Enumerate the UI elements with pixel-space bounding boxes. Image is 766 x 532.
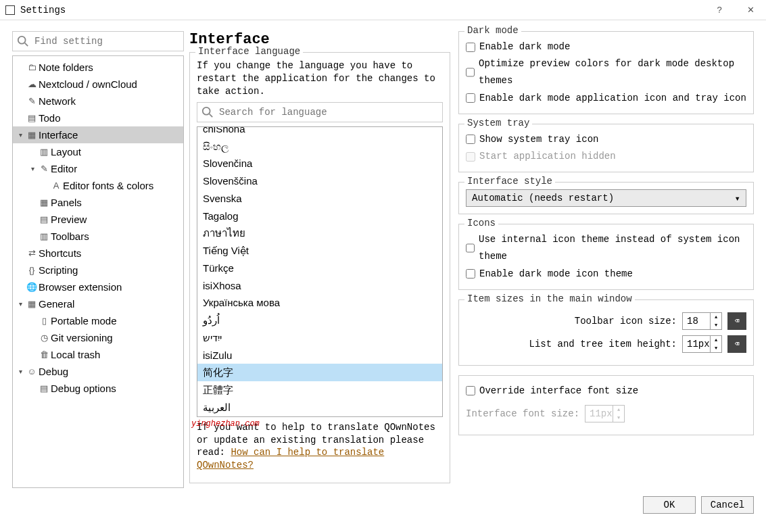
sidebar-item-debug-options[interactable]: ▤Debug options (13, 380, 183, 397)
dark-icon-theme-checkbox[interactable]: Enable dark mode icon theme (466, 266, 746, 283)
list-height-spinner[interactable]: 11px ▲▼ (682, 335, 722, 353)
icons-group: Icons Use internal icon theme instead of… (458, 224, 754, 290)
language-option[interactable]: 正體字 (197, 381, 442, 399)
layout-icon: ▥ (37, 147, 51, 157)
tree-label: Browser extension (39, 281, 122, 293)
show-tray-checkbox[interactable]: Show system tray icon (466, 131, 746, 148)
help-button[interactable]: ? (704, 0, 735, 20)
system-tray-group: System tray Show system tray icon Start … (458, 124, 754, 172)
sidebar-item-preview[interactable]: ▤Preview (13, 211, 183, 228)
chevron-down-icon: ▾ (735, 193, 740, 204)
tree-label: Editor fonts & colors (63, 180, 153, 191)
dark-tray-icon-checkbox[interactable]: Enable dark mode application icon and tr… (466, 90, 746, 107)
start-hidden-checkbox: Start application hidden (466, 148, 746, 165)
language-option[interactable]: isiXhosa (197, 277, 442, 295)
chevron-icon: ▾ (28, 165, 37, 172)
font-size-spinner: 11px ▲▼ (585, 405, 625, 422)
tree-label: Panels (51, 197, 82, 208)
sidebar-item-editor[interactable]: ▾✎Editor (13, 160, 183, 177)
folder-icon: 🗀 (25, 62, 39, 72)
sidebar-item-browser-extension[interactable]: 🌐Browser extension (13, 279, 183, 295)
svg-line-1 (25, 43, 28, 46)
language-option[interactable]: chiShona (197, 126, 442, 138)
internal-icon-theme-checkbox[interactable]: Use internal icon theme instead of syste… (466, 231, 746, 265)
language-option[interactable]: Svenska (197, 190, 442, 208)
sidebar-item-scripting[interactable]: {}Scripting (13, 262, 183, 279)
sidebar-item-toolbars[interactable]: ▥Toolbars (13, 228, 183, 245)
todo-icon: ▤ (25, 113, 39, 123)
interface-style-combo[interactable]: Automatic (needs restart) ▾ (466, 189, 746, 207)
tree-label: Network (39, 95, 76, 107)
settings-tree[interactable]: 🗀Note folders☁Nextcloud / ownCloud✎Netwo… (12, 55, 184, 488)
font-size-group: Override interface font size Interface f… (458, 375, 754, 435)
chevron-icon: ▾ (16, 300, 25, 308)
language-option[interactable]: Slovenčina (197, 155, 442, 172)
language-option[interactable]: Slovenščina (197, 172, 442, 190)
find-setting-input[interactable] (34, 36, 179, 47)
language-option[interactable]: ภาษาไทย (197, 224, 442, 242)
language-option[interactable]: සිංහල (197, 138, 442, 155)
trash-icon: 🗑 (37, 349, 51, 360)
watermark: yinghezhan.com (191, 418, 260, 429)
close-button[interactable]: ✕ (735, 0, 766, 20)
tree-label: Debug options (51, 383, 116, 394)
interface-icon: ▦ (25, 130, 39, 140)
portable-icon: ▯ (37, 316, 51, 326)
cancel-button[interactable]: Cancel (701, 496, 754, 514)
tree-label: Git versioning (51, 332, 113, 343)
sidebar-item-git-versioning[interactable]: ◷Git versioning (13, 329, 183, 346)
override-font-size-checkbox[interactable]: Override interface font size (466, 383, 746, 400)
language-option[interactable]: 简化字 (197, 364, 442, 381)
toolbars-icon: ▥ (37, 231, 51, 241)
sidebar-item-portable-mode[interactable]: ▯Portable mode (13, 312, 183, 329)
tree-label: Note folders (39, 62, 93, 73)
sidebar-item-interface[interactable]: ▾▦Interface (13, 126, 183, 143)
enable-dark-mode-checkbox[interactable]: Enable dark mode (466, 39, 746, 55)
toolbar-size-reset[interactable]: ⌫ (727, 312, 746, 330)
language-legend: Interface language (195, 46, 303, 57)
network-icon: ✎ (25, 96, 39, 106)
toolbar-size-spinner[interactable]: 18 ▲▼ (682, 312, 722, 330)
sidebar-item-editor-fonts-colors[interactable]: AEditor fonts & colors (13, 177, 183, 194)
sidebar-item-shortcuts[interactable]: ⇄Shortcuts (13, 245, 183, 262)
sidebar-item-general[interactable]: ▾▦General (13, 295, 183, 312)
title-bar: Settings ? ✕ (0, 0, 766, 20)
sidebar-item-panels[interactable]: ▦Panels (13, 194, 183, 211)
language-option[interactable]: العربية (197, 399, 442, 416)
item-sizes-group: Item sizes in the main window Toolbar ic… (458, 299, 754, 366)
language-search-input[interactable] (219, 107, 438, 118)
debugopts-icon: ▤ (37, 383, 51, 393)
list-height-reset[interactable]: ⌫ (727, 335, 746, 353)
list-height-label: List and tree item height: (529, 339, 677, 349)
sidebar-item-network[interactable]: ✎Network (13, 93, 183, 110)
dark-mode-group: Dark mode Enable dark mode Optimize prev… (458, 31, 754, 114)
language-option[interactable]: ייִדיש (197, 329, 442, 347)
tree-label: Interface (39, 129, 78, 141)
tree-label: Nextcloud / ownCloud (39, 78, 137, 90)
svg-point-2 (203, 107, 210, 114)
sidebar-item-layout[interactable]: ▥Layout (13, 143, 183, 160)
svg-line-3 (210, 114, 213, 117)
optimize-preview-checkbox[interactable]: Optimize preview colors for dark mode de… (466, 55, 746, 89)
language-option[interactable]: Tagalog (197, 208, 442, 225)
tree-label: Todo (39, 112, 61, 124)
sidebar-item-nextcloud-owncloud[interactable]: ☁Nextcloud / ownCloud (13, 76, 183, 93)
find-setting-search[interactable] (12, 31, 184, 51)
sidebar-item-debug[interactable]: ▾☺Debug (13, 363, 183, 380)
ok-button[interactable]: OK (643, 496, 696, 514)
scripting-icon: {} (25, 265, 39, 275)
tree-label: Local trash (51, 349, 100, 360)
sidebar-item-local-trash[interactable]: 🗑Local trash (13, 346, 183, 363)
language-option[interactable]: Türkçe (197, 260, 442, 277)
browser-icon: 🌐 (25, 282, 39, 292)
language-option[interactable]: Українська мова (197, 294, 442, 312)
language-note: If you change the language you have to r… (197, 59, 443, 98)
language-option[interactable]: Tiếng Việt (197, 242, 442, 260)
language-option[interactable]: اُردُو (197, 312, 442, 329)
sidebar-item-note-folders[interactable]: 🗀Note folders (13, 59, 183, 76)
sidebar-item-todo[interactable]: ▤Todo (13, 110, 183, 126)
language-list[interactable]: русскийСрпскиShqipchiShonaසිංහලSlovenčin… (197, 126, 443, 417)
language-search[interactable] (197, 102, 443, 122)
language-option[interactable]: isiZulu (197, 347, 442, 364)
tree-label: Preview (51, 214, 87, 225)
